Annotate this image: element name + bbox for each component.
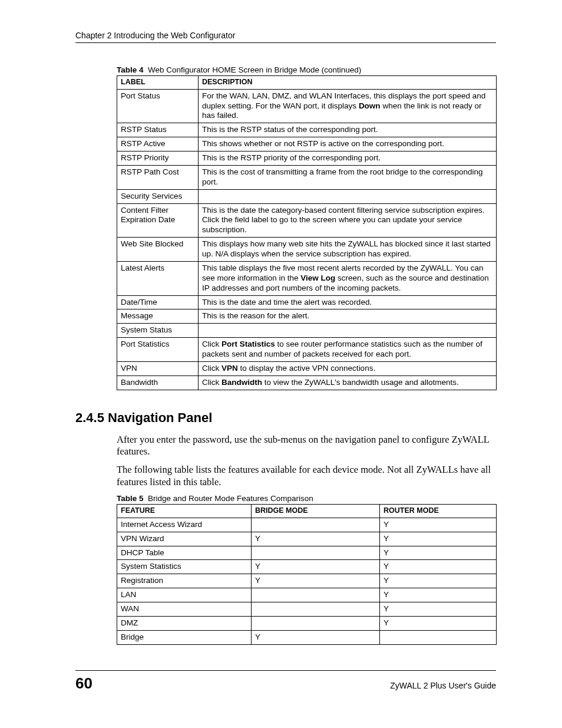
table-row: VPN Click VPN to display the active VPN … — [117, 361, 497, 375]
table4: LABEL DESCRIPTION Port Status For the WA… — [117, 75, 497, 390]
table-row: RSTP Active This shows whether or not RS… — [117, 137, 497, 151]
table-row: WANY — [117, 602, 497, 617]
table-row: Security Services — [117, 189, 497, 203]
section-heading: 2.4.5 Navigation Panel — [75, 410, 496, 426]
table4-caption-num: Table 4 — [117, 65, 144, 74]
table-row: VPN WizardYY — [117, 532, 497, 546]
guide-name: ZyWALL 2 Plus User's Guide — [390, 681, 496, 690]
table-row: Latest Alerts This table displays the fi… — [117, 261, 497, 295]
table-row: Date/Time This is the date and time the … — [117, 295, 497, 309]
table-row: System StatisticsYY — [117, 560, 497, 574]
table5: FEATURE BRIDGE MODE ROUTER MODE Internet… — [117, 504, 497, 645]
page-number: 60 — [75, 674, 92, 693]
footer-rule — [75, 670, 496, 671]
table5-header-feature: FEATURE — [117, 505, 252, 518]
table-row: Bandwidth Click Bandwidth to view the Zy… — [117, 375, 497, 390]
body-paragraph: The following table lists the features a… — [117, 464, 494, 488]
table-row: Content Filter Expiration Date This is t… — [117, 203, 497, 238]
table-row: RegistrationYY — [117, 574, 497, 588]
page-footer: 60 ZyWALL 2 Plus User's Guide — [75, 670, 496, 693]
table-row: Message This is the reason for the alert… — [117, 309, 497, 324]
table-row: RSTP Status This is the RSTP status of t… — [117, 123, 497, 137]
table-row: Port Status For the WAN, LAN, DMZ, and W… — [117, 89, 497, 123]
table-row: Internet Access WizardY — [117, 518, 497, 532]
table5-header-bridge: BRIDGE MODE — [252, 505, 380, 518]
table5-caption: Table 5 Bridge and Router Mode Features … — [117, 494, 496, 503]
table-row: RSTP Priority This is the RSTP priority … — [117, 151, 497, 166]
table4-caption-text: Web Configurator HOME Screen in Bridge M… — [148, 65, 361, 74]
body-paragraph: After you enter the password, use the su… — [117, 434, 494, 458]
table-row: System Status — [117, 324, 497, 338]
table-row: LANY — [117, 588, 497, 602]
table-row: RSTP Path Cost This is the cost of trans… — [117, 165, 497, 189]
table-row: Port Statistics Click Port Statistics to… — [117, 338, 497, 362]
table-row: DMZY — [117, 616, 497, 630]
table4-header-label: LABEL — [117, 76, 199, 90]
running-header: Chapter 2 Introducing the Web Configurat… — [75, 31, 496, 40]
table5-header-router: ROUTER MODE — [380, 505, 497, 518]
table4-caption: Table 4 Web Configurator HOME Screen in … — [117, 65, 496, 74]
table-row: DHCP TableY — [117, 546, 497, 560]
table5-caption-num: Table 5 — [117, 494, 144, 503]
table-row: Web Site Blocked This displays how many … — [117, 238, 497, 262]
table-row: BridgeY — [117, 630, 497, 644]
header-rule — [75, 42, 496, 43]
table5-caption-text: Bridge and Router Mode Features Comparis… — [148, 494, 313, 503]
table4-header-description: DESCRIPTION — [199, 76, 497, 90]
